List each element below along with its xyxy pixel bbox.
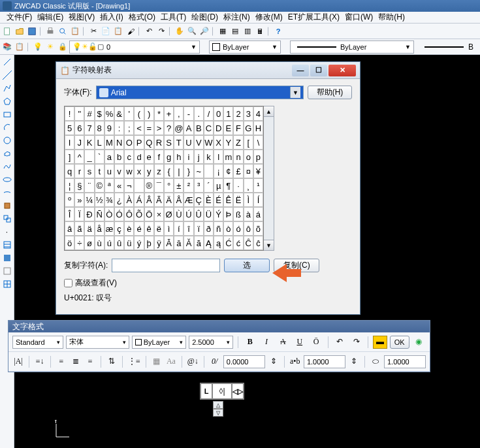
char-cell[interactable]: e: [144, 150, 154, 164]
width-spinner[interactable]: ⇕: [348, 355, 360, 368]
char-cell[interactable]: ´: [204, 178, 214, 193]
char-cell[interactable]: Î: [65, 207, 74, 221]
polygon-icon[interactable]: [1, 95, 13, 107]
redo2-button[interactable]: ↷: [349, 336, 363, 349]
char-cell[interactable]: Þ: [223, 207, 233, 221]
char-cell[interactable]: ā: [174, 236, 184, 250]
circle-icon[interactable]: [1, 135, 13, 146]
char-cell[interactable]: q: [65, 164, 74, 178]
char-cell[interactable]: Ą: [204, 236, 214, 250]
char-cell[interactable]: ø: [84, 236, 94, 250]
ruler-marker[interactable]: ◊|: [212, 383, 232, 399]
props-icon[interactable]: ▦: [217, 25, 229, 37]
char-cell[interactable]: S: [164, 135, 174, 150]
advanced-checkbox[interactable]: [64, 279, 72, 287]
char-cell[interactable]: º: [65, 193, 74, 207]
char-cell[interactable]: Û: [194, 207, 204, 221]
char-cell[interactable]: á: [253, 207, 263, 221]
char-cell[interactable]: þ: [144, 236, 154, 250]
char-cell[interactable]: |: [174, 164, 184, 178]
spline-icon[interactable]: [1, 161, 13, 172]
point-icon[interactable]: ·: [1, 226, 13, 238]
linespace-button[interactable]: ⇅: [106, 355, 118, 368]
char-cell[interactable]: Ï: [74, 207, 84, 221]
char-cell[interactable]: W: [204, 135, 214, 150]
region-icon[interactable]: [1, 265, 13, 277]
char-cell[interactable]: °: [164, 178, 174, 193]
char-cell[interactable]: ĉ: [253, 236, 263, 250]
symbol-button[interactable]: @↓: [187, 355, 199, 368]
char-cell[interactable]: p: [253, 150, 263, 164]
text-font-combo[interactable]: 宋体▾: [66, 336, 129, 349]
char-cell[interactable]: ³: [194, 178, 204, 193]
char-cell[interactable]: È: [204, 193, 214, 207]
char-cell[interactable]: #: [84, 106, 94, 121]
char-cell[interactable]: g: [164, 150, 174, 164]
char-cell[interactable]: 6: [74, 121, 84, 135]
layer-icon[interactable]: 📚: [1, 41, 13, 53]
revcloud-icon[interactable]: [1, 148, 13, 159]
char-cell[interactable]: ç: [114, 221, 124, 236]
char-cell[interactable]: ;: [124, 121, 134, 135]
char-cell[interactable]: `: [95, 150, 104, 164]
char-cell[interactable]: ¸: [244, 178, 253, 193]
char-cell[interactable]: k: [204, 150, 214, 164]
char-cell[interactable]: =: [144, 121, 154, 135]
char-cell[interactable]: ß: [233, 207, 243, 221]
char-cell[interactable]: U: [184, 135, 193, 150]
minimize-button[interactable]: —: [292, 65, 309, 76]
char-cell[interactable]: Ú: [184, 207, 193, 221]
char-cell[interactable]: ": [74, 106, 84, 121]
oblique-input[interactable]: [384, 355, 426, 368]
char-cell[interactable]: Ô: [124, 207, 134, 221]
char-cell[interactable]: ú: [104, 236, 114, 250]
width-input[interactable]: [304, 355, 345, 368]
open-icon[interactable]: [14, 25, 25, 37]
text-editor-ruler[interactable]: L ◊| ◁▷: [200, 383, 244, 400]
char-cell[interactable]: ±: [174, 178, 184, 193]
new-icon[interactable]: [1, 25, 13, 37]
hatch-icon[interactable]: [1, 239, 13, 251]
char-cell[interactable]: Ü: [204, 207, 214, 221]
char-cell[interactable]: n: [233, 150, 243, 164]
char-cell[interactable]: Ê: [223, 193, 233, 207]
char-cell[interactable]: Y: [223, 135, 233, 150]
paste-icon[interactable]: 📋: [112, 25, 124, 37]
bulb-icon[interactable]: 💡: [32, 41, 44, 53]
calc-icon[interactable]: 🖩: [254, 25, 266, 37]
char-cell[interactable]: ¹: [253, 178, 263, 193]
char-cell[interactable]: ?: [164, 121, 174, 135]
char-cell[interactable]: ÷: [74, 236, 84, 250]
help-icon[interactable]: ?: [272, 25, 284, 37]
char-cell[interactable]: Á: [134, 193, 144, 207]
strikeout-button[interactable]: A: [276, 336, 290, 349]
char-cell[interactable]: /: [204, 106, 214, 121]
char-cell[interactable]: ×: [154, 207, 164, 221]
char-cell[interactable]: è: [124, 221, 134, 236]
char-cell[interactable]: 3: [244, 106, 253, 121]
close-button[interactable]: ✕: [328, 65, 356, 76]
char-cell[interactable]: E: [223, 121, 233, 135]
char-cell[interactable]: L: [95, 135, 104, 150]
char-cell[interactable]: Q: [144, 135, 154, 150]
char-cell[interactable]: l: [214, 150, 223, 164]
char-cell[interactable]: ¶: [223, 178, 233, 193]
undo-icon[interactable]: ↶: [143, 25, 155, 37]
gradient-icon[interactable]: [1, 252, 13, 264]
linetype-combo[interactable]: ByLayer ▼: [290, 40, 414, 54]
char-cell[interactable]: G: [244, 121, 253, 135]
char-cell[interactable]: T: [174, 135, 184, 150]
preview-icon[interactable]: [57, 25, 69, 37]
char-cell[interactable]: \: [253, 135, 263, 150]
char-cell[interactable]: x: [134, 164, 144, 178]
char-cell[interactable]: î: [184, 221, 193, 236]
overline-button[interactable]: Ō: [309, 336, 323, 349]
char-cell[interactable]: à: [244, 207, 253, 221]
char-cell[interactable]: ć: [233, 236, 243, 250]
char-cell[interactable]: 0: [214, 106, 223, 121]
font-combo[interactable]: Arial ▼: [96, 86, 304, 99]
char-cell[interactable]: u: [104, 164, 114, 178]
char-cell[interactable]: Ñ: [95, 207, 104, 221]
char-cell[interactable]: ²: [184, 178, 193, 193]
char-cell[interactable]: 5: [65, 121, 74, 135]
